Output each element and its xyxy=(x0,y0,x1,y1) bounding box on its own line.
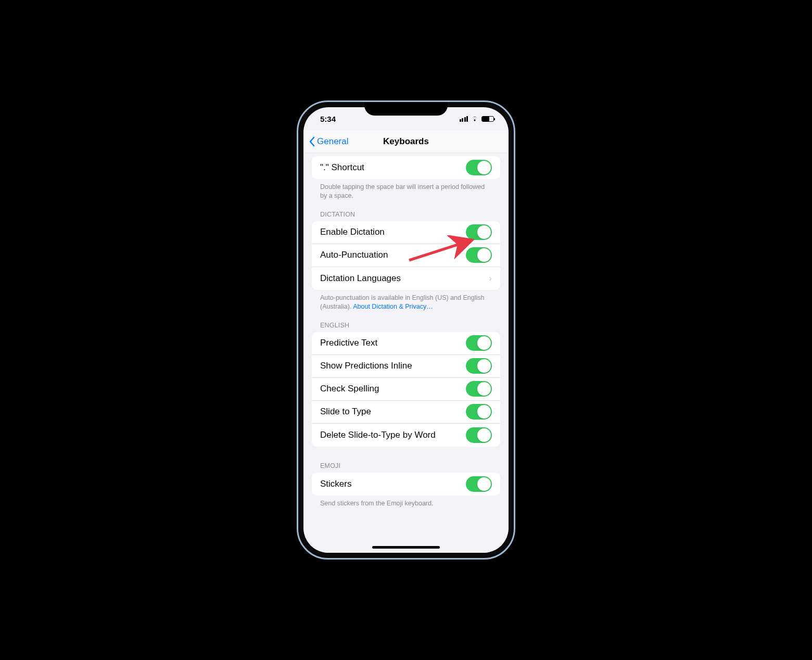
back-button[interactable]: General xyxy=(309,136,348,147)
predictive-text-row[interactable]: Predictive Text xyxy=(312,332,500,355)
dictation-footer: Auto-punctuation is available in English… xyxy=(303,290,509,312)
delete-slide-to-type-label: Delete Slide-to-Type by Word xyxy=(320,430,466,440)
english-header: ENGLISH xyxy=(303,312,509,332)
period-shortcut-row[interactable]: "." Shortcut xyxy=(312,156,500,179)
stickers-toggle[interactable] xyxy=(466,476,492,492)
back-label: General xyxy=(317,136,348,147)
cellular-icon xyxy=(460,116,468,122)
auto-punctuation-toggle[interactable] xyxy=(466,247,492,263)
period-shortcut-toggle[interactable] xyxy=(466,160,492,175)
stickers-row[interactable]: Stickers xyxy=(312,473,500,496)
emoji-group: Stickers xyxy=(312,473,500,496)
period-shortcut-label: "." Shortcut xyxy=(320,162,466,173)
screen: 5:34 General Keyboards xyxy=(303,107,509,553)
dictation-group: Enable Dictation Auto-Punctuation Dictat… xyxy=(312,221,500,290)
enable-dictation-label: Enable Dictation xyxy=(320,227,466,237)
nav-header: General Keyboards xyxy=(303,130,509,153)
delete-slide-to-type-row[interactable]: Delete Slide-to-Type by Word xyxy=(312,424,500,447)
emoji-footer: Send stickers from the Emoji keyboard. xyxy=(303,496,509,524)
delete-slide-to-type-toggle[interactable] xyxy=(466,427,492,443)
shortcut-group: "." Shortcut xyxy=(312,156,500,179)
wifi-icon xyxy=(471,116,479,122)
check-spelling-toggle[interactable] xyxy=(466,381,492,397)
emoji-header: EMOJI xyxy=(303,447,509,473)
stickers-label: Stickers xyxy=(320,479,466,489)
content-scroll[interactable]: "." Shortcut Double tapping the space ba… xyxy=(303,153,509,553)
show-predictions-inline-toggle[interactable] xyxy=(466,358,492,374)
chevron-right-icon: › xyxy=(489,273,492,284)
auto-punctuation-label: Auto-Punctuation xyxy=(320,250,466,260)
battery-icon xyxy=(481,116,494,122)
show-predictions-inline-row[interactable]: Show Predictions Inline xyxy=(312,355,500,378)
period-shortcut-footer: Double tapping the space bar will insert… xyxy=(303,179,509,201)
dictation-languages-row[interactable]: Dictation Languages › xyxy=(312,267,500,290)
home-indicator[interactable] xyxy=(372,546,440,549)
dictation-languages-label: Dictation Languages xyxy=(320,273,489,284)
auto-punctuation-row[interactable]: Auto-Punctuation xyxy=(312,244,500,267)
status-time: 5:34 xyxy=(320,115,336,123)
page-title: Keyboards xyxy=(383,136,429,147)
predictive-text-toggle[interactable] xyxy=(466,335,492,351)
predictive-text-label: Predictive Text xyxy=(320,338,466,348)
enable-dictation-toggle[interactable] xyxy=(466,224,492,240)
english-group: Predictive Text Show Predictions Inline … xyxy=(312,332,500,447)
chevron-left-icon xyxy=(309,136,315,147)
dictation-header: DICTATION xyxy=(303,201,509,221)
slide-to-type-toggle[interactable] xyxy=(466,404,492,420)
slide-to-type-row[interactable]: Slide to Type xyxy=(312,401,500,424)
slide-to-type-label: Slide to Type xyxy=(320,407,466,417)
enable-dictation-row[interactable]: Enable Dictation xyxy=(312,221,500,244)
check-spelling-row[interactable]: Check Spelling xyxy=(312,378,500,401)
status-icons xyxy=(460,116,494,122)
show-predictions-inline-label: Show Predictions Inline xyxy=(320,361,466,371)
check-spelling-label: Check Spelling xyxy=(320,384,466,394)
dictation-privacy-link[interactable]: About Dictation & Privacy… xyxy=(353,303,433,310)
device-notch xyxy=(364,101,448,116)
phone-device-frame: 5:34 General Keyboards xyxy=(297,100,515,560)
